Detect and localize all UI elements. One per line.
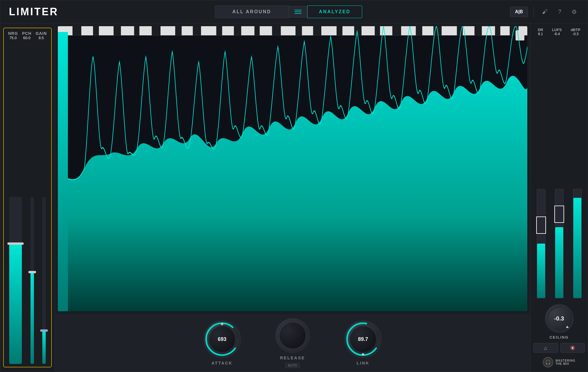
gain-label: GAIN bbox=[36, 31, 47, 36]
svg-point-30 bbox=[547, 307, 573, 332]
app-container: LIMITER ALL AROUND ANALYZED A|B 🖌 ? ⚙ bbox=[0, 0, 588, 372]
menu-icon-button[interactable] bbox=[289, 6, 307, 18]
release-group: RELEASE AUTO bbox=[275, 318, 310, 368]
svg-rect-6 bbox=[193, 26, 201, 35]
svg-rect-9 bbox=[254, 26, 259, 35]
release-knob[interactable] bbox=[275, 318, 310, 353]
gain-track bbox=[42, 197, 46, 364]
lufs-col: LUFS -6.4 bbox=[552, 28, 562, 36]
side-gain-bar bbox=[58, 32, 68, 311]
dbtp-fill bbox=[573, 198, 581, 298]
nrg-label: NRG bbox=[8, 31, 18, 36]
waveform-container bbox=[58, 26, 527, 311]
dbtp-label: dBTP bbox=[571, 28, 581, 32]
sliders-body bbox=[6, 42, 49, 364]
ceiling-up-button[interactable]: △ bbox=[533, 343, 558, 353]
dr-bracket bbox=[536, 217, 546, 234]
svg-rect-20 bbox=[474, 26, 482, 35]
svg-rect-21 bbox=[495, 26, 500, 35]
gain-fill bbox=[42, 331, 46, 364]
hamburger-icon bbox=[295, 10, 301, 14]
link-knob[interactable]: 89.7 bbox=[344, 320, 382, 358]
dr-col: DR 6.1 bbox=[538, 28, 543, 36]
svg-point-25 bbox=[221, 323, 223, 325]
nrg-slider[interactable] bbox=[6, 197, 25, 364]
pch-value: 60.0 bbox=[22, 36, 32, 40]
lufs-track bbox=[555, 189, 564, 298]
release-label: RELEASE bbox=[280, 356, 305, 360]
svg-rect-13 bbox=[337, 26, 342, 35]
waveform-fill bbox=[58, 76, 527, 311]
header: LIMITER ALL AROUND ANALYZED A|B 🖌 ? ⚙ bbox=[0, 0, 588, 23]
ceiling-label: CEILING bbox=[549, 335, 569, 339]
sliders-header: NRG 75.0 PCH 60.0 GAIN 8.5 bbox=[6, 31, 49, 40]
attack-arc-svg bbox=[204, 321, 240, 357]
pch-col: PCH 60.0 bbox=[22, 31, 32, 40]
dr-label: DR bbox=[538, 28, 543, 32]
settings-button[interactable]: ⚙ bbox=[569, 6, 579, 18]
link-arc-svg bbox=[345, 321, 381, 357]
svg-rect-16 bbox=[392, 26, 401, 35]
gain-value: 8.5 bbox=[36, 36, 47, 40]
logo-line2: THE MIX bbox=[555, 362, 575, 365]
ab-separator bbox=[534, 6, 534, 18]
help-button[interactable]: ? bbox=[556, 6, 564, 17]
ceiling-section: -0.3 CEILING △ 🔇 bbox=[533, 304, 585, 353]
ceiling-knob[interactable]: -0.3 bbox=[545, 304, 574, 333]
svg-rect-11 bbox=[295, 26, 302, 35]
header-right: A|B 🖌 ? ⚙ bbox=[510, 6, 579, 18]
attack-group: 693 ATTACK bbox=[203, 320, 241, 365]
dbtp-col: dBTP -0.3 bbox=[571, 28, 581, 36]
mini-indicator bbox=[516, 30, 524, 40]
hamburger-line-1 bbox=[295, 10, 301, 10]
svg-point-24 bbox=[206, 323, 238, 355]
svg-point-28 bbox=[347, 323, 379, 355]
nrg-value: 75.0 bbox=[8, 36, 18, 40]
svg-rect-3 bbox=[134, 26, 139, 35]
svg-rect-5 bbox=[175, 26, 182, 35]
attack-knob[interactable]: 693 bbox=[203, 320, 241, 358]
pch-slider[interactable] bbox=[28, 197, 37, 364]
svg-rect-1 bbox=[93, 26, 99, 35]
dr-fill bbox=[537, 244, 545, 298]
svg-rect-17 bbox=[416, 26, 422, 35]
svg-rect-8 bbox=[234, 26, 241, 35]
gain-col: GAIN 8.5 bbox=[36, 31, 47, 40]
pch-fill bbox=[30, 272, 34, 364]
sliders-group: NRG 75.0 PCH 60.0 GAIN 8.5 bbox=[3, 28, 52, 367]
meters-header: DR 6.1 LUFS -6.4 dBTP -0.3 bbox=[533, 28, 585, 36]
main-content: NRG 75.0 PCH 60.0 GAIN 8.5 bbox=[0, 23, 588, 372]
logo-area: 🎧 MASTERING THE MIX bbox=[543, 353, 575, 367]
lufs-fill bbox=[555, 227, 563, 298]
gain-slider[interactable] bbox=[39, 197, 49, 364]
app-title: LIMITER bbox=[9, 6, 58, 18]
lufs-value: -6.4 bbox=[552, 32, 562, 36]
waveform-svg bbox=[58, 26, 527, 311]
ceiling-buttons: △ 🔇 bbox=[533, 343, 585, 353]
logo-icon: 🎧 bbox=[543, 357, 553, 367]
nrg-thumb[interactable] bbox=[7, 242, 24, 245]
dr-value: 6.1 bbox=[538, 32, 543, 36]
pch-thumb[interactable] bbox=[28, 271, 36, 273]
left-panel: NRG 75.0 PCH 60.0 GAIN 8.5 bbox=[0, 23, 55, 372]
link-group: 89.7 LINK bbox=[344, 320, 382, 365]
gain-thumb[interactable] bbox=[40, 329, 48, 332]
hamburger-line-2 bbox=[295, 12, 301, 12]
svg-rect-15 bbox=[375, 26, 380, 35]
paint-button[interactable]: 🖌 bbox=[540, 6, 550, 17]
logo-text: MASTERING THE MIX bbox=[555, 359, 575, 365]
dbtp-meter bbox=[570, 189, 585, 298]
preset-button[interactable]: ALL AROUND bbox=[215, 5, 289, 18]
hamburger-line-3 bbox=[295, 13, 301, 14]
dr-meter bbox=[533, 189, 549, 298]
ab-button[interactable]: A|B bbox=[510, 7, 528, 17]
svg-rect-0 bbox=[72, 26, 81, 35]
ceiling-mute-button[interactable]: 🔇 bbox=[560, 343, 585, 353]
svg-rect-2 bbox=[114, 26, 121, 35]
ceiling-knob-arc bbox=[546, 305, 574, 334]
nrg-col: NRG 75.0 bbox=[8, 31, 18, 40]
link-label: LINK bbox=[357, 361, 370, 365]
logo-line1: MASTERING bbox=[555, 359, 575, 362]
analyzed-button[interactable]: ANALYZED bbox=[307, 5, 362, 18]
lufs-bracket bbox=[554, 206, 564, 223]
